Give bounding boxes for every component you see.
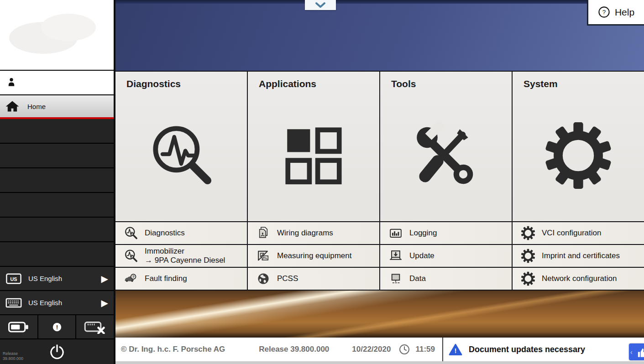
column-system: SystemVCI configurationImprint and certi… xyxy=(513,72,644,290)
power-button[interactable] xyxy=(48,343,66,361)
menu-item-fault-finding[interactable]: ?Fault finding xyxy=(115,267,247,290)
date-text: 10/22/2020 xyxy=(352,345,391,354)
logging-icon xyxy=(388,226,403,240)
battery-status-button[interactable] xyxy=(0,315,38,338)
bottom-strip xyxy=(115,361,644,364)
menu-item-label: Data xyxy=(409,274,426,283)
menu-item-measuring-equipment[interactable]: Measuring equipment xyxy=(248,244,379,267)
alert-circle-icon: ! xyxy=(52,322,63,333)
svg-text:?: ? xyxy=(132,275,135,279)
fault-finding-icon: ? xyxy=(124,271,138,286)
svg-text:!: ! xyxy=(56,323,58,330)
warning-triangle-icon: ! xyxy=(449,343,462,356)
update-icon xyxy=(388,249,403,263)
measuring-equipment-icon xyxy=(256,249,271,263)
document-updates-notice[interactable]: ! Document updates necessary xyxy=(449,343,585,356)
gear-icon xyxy=(521,271,535,286)
empty-menu-slot xyxy=(0,168,114,193)
menu-item-label: Immobilizer→ 9PA Cayenne Diesel xyxy=(145,247,225,265)
keyboard-icon xyxy=(5,297,22,309)
header-dropdown-button[interactable] xyxy=(305,0,336,10)
menu-item-pcss[interactable]: PCSS xyxy=(248,267,379,290)
keyboard-label: US English xyxy=(28,299,101,307)
notice-label: Document updates necessary xyxy=(469,345,585,354)
column-diagnostics: Diagnostics Diagnostics Immobilizer→ 9PA… xyxy=(115,72,247,290)
clock-icon xyxy=(399,344,410,355)
release-version: Release 39.800.000 xyxy=(3,351,23,362)
user-button[interactable] xyxy=(0,71,114,95)
menu-item-update[interactable]: Update xyxy=(380,244,512,267)
system-icon xyxy=(513,89,644,221)
menu-item-logging[interactable]: Logging xyxy=(380,221,512,244)
statusbar-divider xyxy=(442,338,443,361)
column-title: System xyxy=(513,72,644,89)
immobilizer-icon xyxy=(124,249,138,263)
diagnostics-small-icon xyxy=(124,226,138,240)
menu-item-data[interactable]: Data xyxy=(380,267,512,290)
menu-item-wiring-diagrams[interactable]: Wiring diagrams xyxy=(248,221,379,244)
column-tools: Tools Logging Update Data xyxy=(380,72,512,290)
svg-text:US: US xyxy=(10,276,17,281)
main-area: ? Help Diagnostics Diagnostics Immobiliz… xyxy=(115,0,644,364)
menu-item-label: VCI configuration xyxy=(542,229,601,238)
help-label: Help xyxy=(615,7,634,18)
columns: Diagnostics Diagnostics Immobilizer→ 9PA… xyxy=(115,71,644,291)
column-title: Applications xyxy=(248,72,379,89)
empty-menu-slot xyxy=(0,193,114,218)
menu-item-label: Measuring equipment xyxy=(277,251,351,260)
road-photo xyxy=(115,291,644,338)
column-title: Diagnostics xyxy=(115,72,247,89)
sidebar-footer: Release 39.800.000 xyxy=(0,339,114,364)
help-button[interactable]: ? Help xyxy=(587,0,644,26)
wiring-diagrams-icon xyxy=(256,226,271,240)
top-strip xyxy=(115,0,644,4)
status-bar: © Dr. Ing. h.c. F. Porsche AG Release 39… xyxy=(115,338,644,361)
language-selector[interactable]: US US English ▶ xyxy=(0,267,114,291)
sidebar-item-home[interactable]: Home xyxy=(0,95,114,119)
menu-item-label: Update xyxy=(409,251,435,260)
thumbs-up-icon xyxy=(636,347,644,359)
menu-item-diagnostics[interactable]: Diagnostics xyxy=(115,221,247,244)
column-menu: Wiring diagrams Measuring equipment PCSS xyxy=(248,221,379,290)
watermark-blob xyxy=(41,14,96,41)
menu-item-label: Diagnostics xyxy=(145,229,185,238)
time-text: 11:59 xyxy=(415,345,435,354)
chevron-right-icon: ▶ xyxy=(101,298,108,307)
battery-x-icon xyxy=(84,320,106,334)
svg-text:?: ? xyxy=(602,9,606,16)
alert-status-button[interactable]: ! xyxy=(38,315,77,338)
person-icon xyxy=(5,77,17,88)
empty-menu-slot xyxy=(0,144,114,168)
menu-item-immobilizer[interactable]: Immobilizer→ 9PA Cayenne Diesel xyxy=(115,244,247,267)
chevron-right-icon: ▶ xyxy=(101,274,108,283)
pcss-icon xyxy=(256,271,271,286)
menu-item-imprint-and-certificates[interactable]: Imprint and certificates xyxy=(513,244,644,267)
empty-menu-slot xyxy=(0,218,114,242)
chevron-left-icon: ‹ xyxy=(629,348,633,356)
logo-area xyxy=(0,0,114,71)
menu-item-vci-configuration[interactable]: VCI configuration xyxy=(513,221,644,244)
keyboard-selector[interactable]: US English ▶ xyxy=(0,291,114,315)
release-text: Release 39.800.000 xyxy=(259,345,329,354)
column-menu: VCI configurationImprint and certificate… xyxy=(513,221,644,290)
header-photo: ? Help xyxy=(115,4,644,71)
power-icon xyxy=(48,343,66,361)
us-flag-icon: US xyxy=(5,273,22,285)
sidebar: Home US US English ▶ US English xyxy=(0,0,115,364)
tools-icon xyxy=(380,89,512,221)
column-applications: Applications Wiring diagrams Measuring e… xyxy=(248,72,379,290)
gear-icon xyxy=(521,249,535,263)
applications-icon xyxy=(248,89,379,221)
vci-disconnected-button[interactable] xyxy=(76,315,114,338)
menu-item-label: Imprint and certificates xyxy=(542,251,620,260)
empty-menu-slots xyxy=(0,119,114,267)
menu-item-label: PCSS xyxy=(277,274,298,283)
social-widget-button[interactable]: ‹ xyxy=(629,343,644,360)
home-icon xyxy=(5,100,19,112)
menu-item-label: Network configuration xyxy=(542,274,617,283)
menu-item-network-configuration[interactable]: Network configuration xyxy=(513,267,644,290)
device-status-row: ! xyxy=(0,315,114,339)
battery-icon xyxy=(8,321,29,333)
language-label: US English xyxy=(28,275,101,282)
piwis-home-screen: Home US US English ▶ US English xyxy=(0,0,644,364)
